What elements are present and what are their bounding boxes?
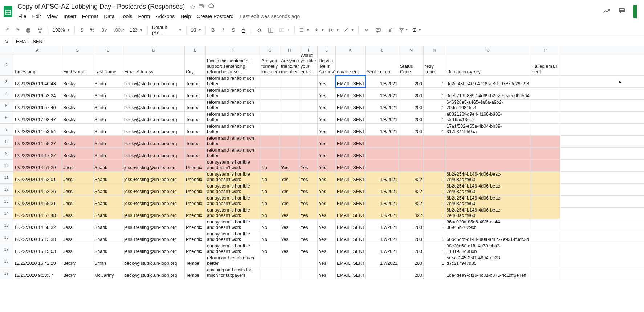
cell[interactable]: [280, 267, 299, 279]
cell[interactable]: 200: [399, 124, 424, 135]
cell[interactable]: No: [260, 219, 280, 231]
cell[interactable]: 1/8/2021: [366, 76, 399, 87]
menu-data[interactable]: Data: [102, 12, 117, 21]
menu-help[interactable]: Help: [178, 12, 193, 21]
cell[interactable]: Yes: [280, 160, 299, 171]
col-header-H[interactable]: H: [280, 46, 299, 54]
cell[interactable]: [531, 112, 560, 123]
cell[interactable]: Becky: [62, 100, 93, 111]
cell[interactable]: EMAIL_SENT: [336, 112, 366, 123]
cell[interactable]: 6b2e254f-b146-4d06-beac-7e408ac7f860: [445, 172, 531, 183]
cell[interactable]: reform and rehab much better: [206, 255, 260, 267]
header-cell[interactable]: email_sent: [336, 54, 366, 75]
wrap-button[interactable]: ▼: [327, 27, 341, 33]
cell[interactable]: Pheonix: [185, 219, 206, 231]
cell[interactable]: becky@studio.un-loop.org: [123, 255, 185, 267]
cell[interactable]: 200: [399, 219, 424, 231]
comment-button[interactable]: [373, 25, 383, 35]
cell[interactable]: 1/7/2021: [366, 231, 399, 243]
cell[interactable]: 200: [399, 100, 424, 111]
cell[interactable]: Yes: [280, 184, 299, 195]
cell[interactable]: Shank: [93, 172, 123, 183]
cell[interactable]: Tempe: [185, 255, 206, 267]
cell[interactable]: Yes: [318, 160, 336, 171]
cell[interactable]: EMAIL_SENT: [336, 76, 366, 87]
cell[interactable]: 12/22/2020 11:53:54: [13, 124, 62, 135]
cell[interactable]: reform and rehab much better: [206, 148, 260, 159]
cell[interactable]: [366, 136, 399, 147]
zoom-select[interactable]: 100%▼: [51, 26, 72, 33]
cell[interactable]: [366, 160, 399, 171]
increase-decimal-button[interactable]: .00↗: [112, 25, 127, 35]
cell[interactable]: becky@studio.un-loop.org: [123, 136, 185, 147]
cell[interactable]: [280, 148, 299, 159]
cell[interactable]: becky@studio.un-loop.org: [123, 76, 185, 87]
row-header-16[interactable]: 16: [0, 231, 13, 243]
cell[interactable]: EMAIL_SENT: [336, 196, 366, 207]
cell[interactable]: EMAIL_SENT: [336, 219, 366, 231]
cell[interactable]: [280, 136, 299, 147]
text-color-button[interactable]: A: [239, 25, 248, 35]
cell[interactable]: Yes: [318, 184, 336, 195]
cell[interactable]: our system is horrible and doesn't work: [206, 219, 260, 231]
cloud-icon[interactable]: [208, 3, 215, 11]
cell[interactable]: Smith: [93, 88, 123, 99]
header-cell[interactable]: Sent to Lob: [366, 54, 399, 75]
cell[interactable]: Yes: [318, 219, 336, 231]
cell[interactable]: our system is horrible and doesn't work: [206, 243, 260, 255]
cell[interactable]: 1/8/2021: [366, 88, 399, 99]
col-header-C[interactable]: C: [93, 46, 123, 54]
cell[interactable]: Yes: [318, 267, 336, 279]
cell[interactable]: [280, 255, 299, 267]
cell[interactable]: 12/22/2020 14:17:27: [13, 148, 62, 159]
menu-format[interactable]: Format: [80, 12, 100, 21]
cell[interactable]: 1/8/2021: [366, 172, 399, 183]
cell[interactable]: 1: [424, 100, 445, 111]
cell[interactable]: [424, 148, 445, 159]
cell[interactable]: McCarthy: [93, 267, 123, 279]
cell[interactable]: reform and rehab much better: [206, 136, 260, 147]
cell[interactable]: No: [260, 160, 280, 171]
cell[interactable]: Shank: [93, 160, 123, 171]
print-button[interactable]: [23, 25, 33, 35]
row-header-7[interactable]: 7: [0, 124, 13, 136]
cell[interactable]: No: [260, 196, 280, 207]
cell[interactable]: [260, 76, 280, 87]
header-cell[interactable]: Are you formerly incarcerated?: [260, 54, 280, 75]
rotate-button[interactable]: ▼: [342, 27, 355, 33]
col-header-K[interactable]: K: [336, 46, 366, 54]
fill-color-button[interactable]: [254, 25, 264, 35]
cell[interactable]: jessi+testing@un-loop.org: [123, 219, 185, 231]
cell[interactable]: Yes: [318, 112, 336, 123]
cell[interactable]: 08c30e60-c1fb-4c78-bba3-1181938d380b: [445, 243, 531, 255]
row-header-3[interactable]: 3: [0, 76, 13, 88]
cell[interactable]: Yes: [280, 231, 299, 243]
halign-button[interactable]: ▼: [298, 27, 311, 33]
cell[interactable]: [299, 136, 318, 147]
cell[interactable]: Tempe: [185, 76, 206, 87]
cell[interactable]: [531, 196, 560, 207]
redo-button[interactable]: ↷: [13, 25, 22, 35]
menu-create-postcard[interactable]: Create Postcard: [195, 12, 236, 21]
cell[interactable]: 1: [424, 231, 445, 243]
cell[interactable]: Shank: [93, 243, 123, 255]
cell[interactable]: jessi+testing@un-loop.org: [123, 208, 185, 219]
cell[interactable]: our system is horrible and doesn't work: [206, 184, 260, 195]
cell[interactable]: jessi+testing@un-loop.org: [123, 184, 185, 195]
cell[interactable]: [445, 160, 531, 171]
col-header-D[interactable]: D: [123, 46, 185, 54]
row-header-14[interactable]: 14: [0, 208, 13, 219]
cell[interactable]: [424, 160, 445, 171]
row-header-8[interactable]: 8: [0, 136, 13, 148]
cell[interactable]: Prison doesn't help anything and costs t…: [206, 267, 260, 279]
menu-insert[interactable]: Insert: [61, 12, 78, 21]
move-icon[interactable]: [199, 3, 204, 11]
col-header-F[interactable]: F: [206, 46, 260, 54]
cell[interactable]: [531, 100, 560, 111]
italic-button[interactable]: I: [219, 25, 228, 35]
cell[interactable]: [299, 267, 318, 279]
cell[interactable]: Yes: [318, 124, 336, 135]
cell[interactable]: 1de4dea9-df16-4c81-b875-4c1dff6e4eff: [445, 267, 531, 279]
cell[interactable]: 200: [399, 231, 424, 243]
cell[interactable]: Yes: [299, 196, 318, 207]
